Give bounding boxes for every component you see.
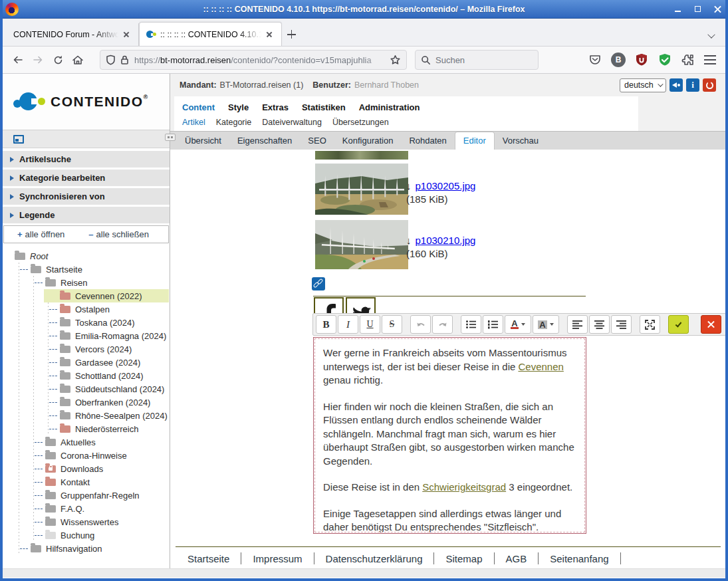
tab-editor[interactable]: Editor (455, 132, 495, 150)
italic-button[interactable]: I (338, 315, 358, 334)
text-color-button[interactable]: A (505, 315, 531, 334)
tab-close-icon[interactable] (264, 29, 275, 40)
sidebar-section-synchronisieren[interactable]: Synchronisieren von (3, 188, 170, 205)
tree-item[interactable]: Wissenswertes (3, 515, 170, 528)
menu-content[interactable]: Content (182, 102, 215, 112)
numbered-list-button[interactable] (483, 315, 503, 334)
tab-close-icon[interactable] (121, 29, 132, 40)
menu-hamburger-icon[interactable] (704, 55, 716, 64)
bold-button[interactable]: B (316, 315, 336, 334)
tree-item[interactable]: Gardasee (2024) (3, 356, 170, 369)
browser-tab-contenido[interactable]: :: :: :: :: CONTENIDO 4.10.1 https (139, 22, 282, 46)
tree-item[interactable]: Startseite (3, 263, 170, 276)
fullscreen-button[interactable] (640, 315, 660, 334)
tab-rohdaten[interactable]: Rohdaten (401, 132, 454, 150)
viaduct-photo-1[interactable] (315, 164, 408, 215)
share-backend-button[interactable] (669, 78, 683, 92)
tree-item[interactable]: Downloads (3, 462, 170, 475)
extensions-puzzle-icon[interactable] (681, 53, 695, 67)
pocket-icon[interactable] (588, 53, 602, 66)
ublock-origin-icon[interactable] (634, 53, 649, 67)
tree-item[interactable]: F.A.Q. (3, 502, 170, 515)
open-all-link[interactable]: +alle öffnen (17, 229, 64, 239)
tree-item[interactable]: Oberfranken (2024) (3, 396, 170, 409)
footer-link-datenschutz[interactable]: Datenschutzerklärung (326, 553, 423, 564)
menu-statistiken[interactable]: Statistiken (302, 102, 346, 112)
sidebar-section-artikelsuche[interactable]: Artikelsuche (3, 151, 170, 168)
rich-text-editor[interactable]: Wer gerne in Frankreich abseits vom Mass… (313, 337, 586, 534)
undo-button[interactable] (410, 315, 431, 334)
url-text[interactable]: https://bt-motorrad.reisen/contenido/?co… (134, 55, 390, 65)
tree-item[interactable]: Niederösterreich (3, 422, 170, 435)
menu-extras[interactable]: Extras (262, 102, 289, 112)
submenu-artikel[interactable]: Artikel (182, 118, 205, 127)
tree-item[interactable]: Reisen (3, 276, 170, 289)
cevennen-link[interactable]: Cevennen (518, 361, 563, 372)
footer-link-agb[interactable]: AGB (506, 553, 527, 564)
tree-item[interactable]: Schottland (2024) (3, 369, 170, 382)
pane-splitter-handle[interactable] (165, 134, 176, 141)
tree-item[interactable]: Buchung (3, 528, 170, 542)
save-button[interactable] (668, 315, 689, 334)
close-button[interactable] (712, 4, 723, 15)
window-titlebar[interactable]: :: :: :: :: CONTENIDO 4.10.1 https://bt-… (0, 0, 728, 19)
tree-item[interactable]: Rhône-Seealpen (2024) (3, 409, 170, 422)
tree-item[interactable]: Gruppenfahr-Regeln (3, 489, 170, 502)
browser-tab-forum[interactable]: CONTENIDO Forum - Antwort erstellen (7, 23, 139, 46)
strikethrough-button[interactable]: S (382, 315, 402, 334)
link-edit-button[interactable] (312, 277, 325, 290)
align-right-button[interactable] (611, 315, 632, 334)
new-tab-button[interactable] (283, 26, 301, 43)
green-shield-icon[interactable] (658, 53, 672, 67)
logout-button[interactable] (703, 78, 716, 92)
maximize-button[interactable] (692, 4, 703, 15)
tree-item-root[interactable]: Root (3, 249, 170, 263)
tree-item-selected[interactable]: Cevennen (2022) (3, 289, 170, 302)
tab-list-chevron-icon[interactable] (707, 31, 715, 38)
tab-konfiguration[interactable]: Konfiguration (334, 132, 402, 150)
menu-style[interactable]: Style (228, 102, 249, 112)
tab-vorschau[interactable]: Vorschau (495, 132, 546, 150)
footer-link-impressum[interactable]: Impressum (253, 553, 302, 564)
tree-item[interactable]: Hilfsnavigation (3, 542, 170, 555)
tab-uebersicht[interactable]: Übersicht (177, 132, 229, 150)
underline-button[interactable]: U (360, 315, 380, 334)
submenu-dateiverwaltung[interactable]: Dateiverwaltung (262, 118, 322, 127)
footer-link-sitemap[interactable]: Sitemap (445, 553, 482, 564)
back-button[interactable] (8, 51, 28, 69)
tree-item[interactable]: Emilia-Romagna (2024) (3, 329, 170, 342)
sidebar-section-legende[interactable]: Legende (3, 207, 170, 223)
tree-item[interactable]: Kontakt (3, 475, 170, 489)
sidebar-section-kategorie-bearbeiten[interactable]: Kategorie bearbeiten (3, 170, 170, 186)
info-button[interactable]: i (686, 78, 699, 92)
tree-item[interactable]: Corona-Hinweise (3, 449, 170, 462)
forward-button[interactable] (28, 51, 48, 69)
reload-button[interactable] (48, 51, 68, 69)
submenu-uebersetzungen[interactable]: Übersetzungen (332, 118, 389, 127)
align-left-button[interactable] (567, 315, 588, 334)
redo-button[interactable] (432, 315, 453, 334)
background-color-button[interactable]: A (533, 315, 559, 334)
viaduct-photo-2[interactable] (315, 220, 408, 269)
bullet-list-button[interactable] (461, 315, 481, 334)
tree-item[interactable]: Aktuelles (3, 435, 170, 449)
tree-item[interactable]: Süddeutschland (2024) (3, 382, 170, 396)
tab-eigenschaften[interactable]: Eigenschaften (229, 132, 300, 150)
language-select[interactable]: deutsch (620, 78, 666, 92)
tab-seo[interactable]: SEO (300, 132, 334, 150)
menu-administration[interactable]: Administration (359, 102, 420, 112)
file-link[interactable]: p1030205.jpg (416, 180, 476, 191)
bookmark-star-icon[interactable] (390, 55, 401, 65)
search-bar[interactable]: Suchen (415, 50, 539, 70)
footer-link-seitenanfang[interactable]: Seitenanfang (550, 553, 608, 564)
close-all-link[interactable]: –alle schließen (88, 229, 149, 239)
tracking-shield-icon[interactable] (106, 55, 116, 65)
tree-item[interactable]: Vercors (2024) (3, 342, 170, 356)
file-link[interactable]: p1030210.jpg (416, 235, 476, 246)
b-extension-icon[interactable]: B (611, 53, 626, 67)
submenu-kategorie[interactable]: Kategorie (216, 118, 252, 127)
minimize-button[interactable] (672, 4, 683, 15)
footer-link-startseite[interactable]: Startseite (187, 553, 229, 564)
home-button[interactable] (68, 51, 88, 69)
url-bar[interactable]: https://bt-motorrad.reisen/contenido/?co… (100, 50, 407, 70)
